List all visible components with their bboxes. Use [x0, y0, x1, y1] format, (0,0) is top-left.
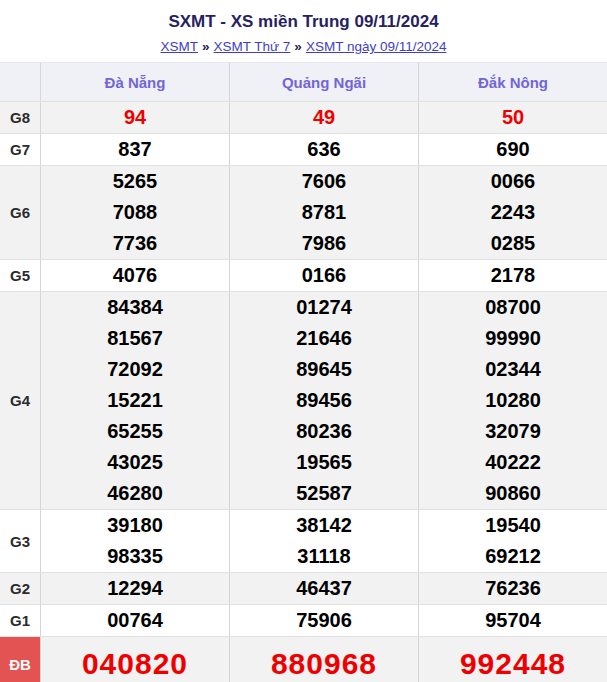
- prize-cell: 4076: [40, 260, 229, 291]
- prize-number: 52587: [296, 478, 352, 509]
- prize-number: 94: [124, 102, 146, 133]
- prize-number: 992448: [460, 637, 566, 682]
- prize-number: 040820: [82, 637, 188, 682]
- prize-cell: 760687817986: [229, 166, 418, 259]
- column-header-dak-nong[interactable]: Đắk Nông: [418, 63, 607, 101]
- prize-cell: 75906: [229, 605, 418, 636]
- prize-number: 32079: [485, 416, 541, 447]
- table-row-g1: G1007647590695704: [0, 604, 607, 636]
- prize-number: 7606: [302, 166, 347, 197]
- lottery-results-page: SXMT - XS miền Trung 09/11/2024 XSMT»XSM…: [0, 0, 607, 682]
- prize-number: 99990: [485, 323, 541, 354]
- row-label: G4: [0, 292, 40, 509]
- prize-cell: 2178: [418, 260, 607, 291]
- prize-number: 690: [496, 134, 529, 165]
- breadcrumb-link-xsmt[interactable]: XSMT: [161, 39, 199, 54]
- prize-number: 65255: [107, 416, 163, 447]
- table-row-đb: ĐB040820880968992448: [0, 636, 607, 682]
- prize-number: 08700: [485, 292, 541, 323]
- table-row-g8: G8944950: [0, 101, 607, 133]
- prize-cell: 49: [229, 102, 418, 133]
- prize-number: 90860: [485, 478, 541, 509]
- prize-number: 50: [502, 102, 524, 133]
- breadcrumb-link-xsmt-ngay[interactable]: XSMT ngày 09/11/2024: [306, 39, 447, 54]
- prize-number: 636: [307, 134, 340, 165]
- prize-number: 19540: [485, 510, 541, 541]
- prize-cell: 1954069212: [418, 510, 607, 572]
- prize-number: 837: [118, 134, 151, 165]
- prize-number: 38142: [296, 510, 352, 541]
- prize-cell: 040820: [40, 637, 229, 682]
- prize-cell: 0166: [229, 260, 418, 291]
- prize-number: 0166: [302, 260, 347, 291]
- prize-number: 0066: [491, 166, 536, 197]
- table-row-g3: G3391809833538142311181954069212: [0, 509, 607, 572]
- prize-number: 0285: [491, 228, 536, 259]
- prize-number: 76236: [485, 573, 541, 604]
- prize-number: 89456: [296, 385, 352, 416]
- prize-number: 8781: [302, 197, 347, 228]
- row-label: G7: [0, 134, 40, 165]
- row-label: G8: [0, 102, 40, 133]
- table-row-g5: G5407601662178: [0, 259, 607, 291]
- table-row-g6: G6526570887736760687817986006622430285: [0, 165, 607, 259]
- prize-number: 43025: [107, 447, 163, 478]
- prize-cell: 94: [40, 102, 229, 133]
- prize-number: 12294: [107, 573, 163, 604]
- prize-number: 46437: [296, 573, 352, 604]
- table-header-row: Đà Nẵng Quảng Ngãi Đắk Nông: [0, 62, 607, 101]
- prize-number: 40222: [485, 447, 541, 478]
- prize-number: 00764: [107, 605, 163, 636]
- row-label: G5: [0, 260, 40, 291]
- prize-number: 98335: [107, 541, 163, 572]
- prize-number: 10280: [485, 385, 541, 416]
- results-table-body: G8944950G7837636690G65265708877367606878…: [0, 101, 607, 682]
- prize-number: 880968: [271, 637, 377, 682]
- prize-number: 80236: [296, 416, 352, 447]
- prize-cell: 50: [418, 102, 607, 133]
- prize-number: 7736: [113, 228, 158, 259]
- prize-number: 89645: [296, 354, 352, 385]
- prize-number: 01274: [296, 292, 352, 323]
- prize-cell: 84384815677209215221652554302546280: [40, 292, 229, 509]
- prize-cell: 12294: [40, 573, 229, 604]
- prize-cell: 992448: [418, 637, 607, 682]
- prize-number: 72092: [107, 354, 163, 385]
- corner-cell: [0, 63, 40, 101]
- page-title: SXMT - XS miền Trung 09/11/2024: [0, 0, 607, 34]
- row-label: G1: [0, 605, 40, 636]
- prize-number: 7986: [302, 228, 347, 259]
- prize-cell: 880968: [229, 637, 418, 682]
- breadcrumb: XSMT»XSMT Thứ 7»XSMT ngày 09/11/2024: [0, 38, 607, 56]
- prize-number: 19565: [296, 447, 352, 478]
- table-row-g2: G2122944643776236: [0, 572, 607, 604]
- prize-cell: 46437: [229, 573, 418, 604]
- prize-cell: 3814231118: [229, 510, 418, 572]
- results-table: Đà Nẵng Quảng Ngãi Đắk Nông G8944950G783…: [0, 62, 607, 682]
- prize-number: 2178: [491, 260, 536, 291]
- prize-number: 4076: [113, 260, 158, 291]
- prize-number: 7088: [113, 197, 158, 228]
- prize-cell: 95704: [418, 605, 607, 636]
- prize-cell: 837: [40, 134, 229, 165]
- prize-number: 5265: [113, 166, 158, 197]
- prize-number: 02344: [485, 354, 541, 385]
- prize-number: 75906: [296, 605, 352, 636]
- prize-number: 95704: [485, 605, 541, 636]
- prize-cell: 3918098335: [40, 510, 229, 572]
- breadcrumb-separator: »: [294, 39, 302, 54]
- row-label: G3: [0, 510, 40, 572]
- column-header-quang-ngai[interactable]: Quảng Ngãi: [229, 63, 418, 101]
- column-header-da-nang[interactable]: Đà Nẵng: [40, 63, 229, 101]
- table-row-g7: G7837636690: [0, 133, 607, 165]
- prize-number: 46280: [107, 478, 163, 509]
- prize-number: 69212: [485, 541, 541, 572]
- breadcrumb-separator: »: [202, 39, 210, 54]
- breadcrumb-link-xsmt-thu-7[interactable]: XSMT Thứ 7: [214, 39, 291, 54]
- prize-cell: 006622430285: [418, 166, 607, 259]
- row-label: G2: [0, 573, 40, 604]
- prize-cell: 636: [229, 134, 418, 165]
- prize-number: 15221: [107, 385, 163, 416]
- prize-cell: 76236: [418, 573, 607, 604]
- prize-number: 81567: [107, 323, 163, 354]
